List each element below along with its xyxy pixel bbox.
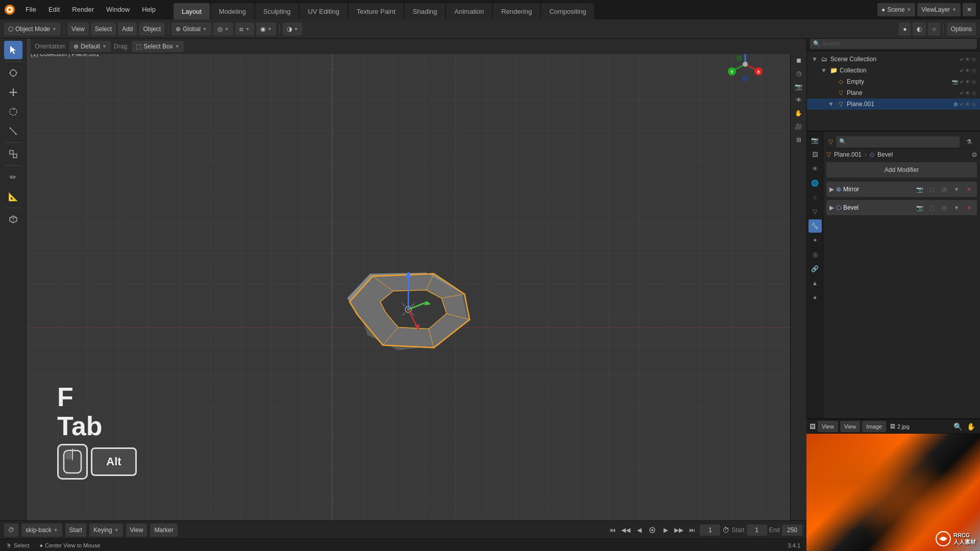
rmt-render[interactable]: ◷	[793, 67, 805, 80]
tool-cursor[interactable]	[4, 64, 22, 82]
tab-compositing[interactable]: Compositing	[541, 3, 594, 19]
modifier-mirror-screen[interactable]: ⬚	[927, 184, 937, 194]
orientation-selector[interactable]: ⊕ Default ▼	[69, 41, 111, 52]
menu-window[interactable]: Window	[100, 0, 136, 19]
select-menu[interactable]: Select	[91, 22, 116, 36]
editor-type-btn[interactable]: ⏱	[4, 523, 18, 537]
pivot-selector[interactable]: ◎ ▼	[213, 22, 233, 36]
view-menu-pb[interactable]: View	[126, 523, 148, 537]
tree-scene-collection[interactable]: ▼ 🗂 Scene Collection ✔ 👁 ⊙	[807, 54, 980, 65]
rmt-grid[interactable]: ⊞	[793, 134, 805, 146]
tab-animation[interactable]: Animation	[446, 3, 492, 19]
snap-btn[interactable]: ⧇ ▼	[235, 22, 254, 36]
props-tab-output[interactable]: 🖼	[808, 148, 822, 161]
rmt-hand[interactable]: ✋	[793, 107, 805, 119]
props-tab-modifiers[interactable]: 🔧	[808, 219, 822, 233]
object-menu[interactable]: Object	[139, 22, 165, 36]
modifier-mirror-expand[interactable]: ▶	[829, 186, 834, 193]
iv-zoom-btn[interactable]: 🔍	[951, 420, 964, 433]
modifier-mirror-remove[interactable]: ✕	[964, 184, 974, 194]
modifier-bevel-screen[interactable]: ⬚	[927, 203, 937, 213]
viewport-shading-rendered[interactable]: ○	[928, 22, 940, 36]
tab-modeling[interactable]: Modeling	[211, 3, 254, 19]
end-frame[interactable]: 250	[782, 524, 802, 536]
blender-logo[interactable]	[0, 0, 19, 19]
tool-scale[interactable]	[4, 122, 22, 140]
tool-annotate[interactable]: ✏	[4, 168, 22, 186]
modifier-mirror-render[interactable]: ◷	[939, 184, 949, 194]
pb-next-key[interactable]: ▶▶	[673, 524, 684, 536]
iv-view-btn[interactable]: View	[818, 421, 838, 432]
props-tab-physics[interactable]: ◎	[808, 248, 822, 261]
menu-render[interactable]: Render	[66, 0, 100, 19]
props-tab-render[interactable]: 📷	[808, 134, 822, 147]
add-modifier-button[interactable]: Add Modifier	[826, 162, 977, 178]
tool-transform[interactable]	[4, 145, 22, 163]
tool-select[interactable]	[4, 41, 22, 59]
pb-play-stop[interactable]	[647, 524, 658, 536]
menu-edit[interactable]: Edit	[42, 0, 66, 19]
props-tab-world[interactable]: ○	[808, 191, 822, 204]
add-menu[interactable]: Add	[118, 22, 137, 36]
options-btn[interactable]: Options	[947, 22, 976, 36]
tool-move[interactable]	[4, 83, 22, 102]
modifier-mirror-cam[interactable]: 📷	[915, 184, 925, 194]
iv-hand-btn[interactable]: ✋	[965, 420, 977, 433]
tab-texture-paint[interactable]: Texture Paint	[349, 3, 404, 19]
close-btn[interactable]: ✕	[963, 3, 976, 16]
proportional-btn[interactable]: ◉ ▼	[256, 22, 276, 36]
viewlayer-selector[interactable]: ViewLayer ▼	[917, 3, 961, 16]
viewport[interactable]: User Perspective (1) Collection | Plane.…	[27, 39, 790, 520]
drag-selector[interactable]: ⬚ Select Box ▼	[132, 41, 183, 52]
tool-measure[interactable]: 📐	[4, 187, 22, 206]
iv-image-btn[interactable]: Image	[862, 421, 886, 432]
tree-item-empty[interactable]: ◇ Empty 📷 ✔ 👁 ⊙	[807, 76, 980, 87]
modifier-bevel-expand[interactable]: ▶	[829, 204, 834, 211]
tree-collection[interactable]: ▼ 📁 Collection ✔ 👁 ⊙	[807, 65, 980, 76]
rmt-camera[interactable]: 🎥	[793, 120, 805, 133]
shading-selector[interactable]: ◑ ▼	[283, 22, 303, 36]
props-search[interactable]: 🔍	[836, 136, 960, 147]
props-tab-material[interactable]: ●	[808, 291, 822, 304]
view-menu[interactable]: View	[67, 22, 89, 36]
playback-btn[interactable]: skip-back ▼	[21, 523, 62, 537]
viewport-shading-solid[interactable]: ●	[899, 22, 911, 36]
modifier-bevel-cam[interactable]: 📷	[915, 203, 925, 213]
props-tab-constraints[interactable]: 🔗	[808, 262, 822, 276]
iv-view-btn2[interactable]: View	[840, 421, 861, 432]
tab-uv-editing[interactable]: UV Editing	[300, 3, 347, 19]
tab-rendering[interactable]: Rendering	[493, 3, 540, 19]
tab-layout[interactable]: Layout	[174, 3, 210, 19]
pb-play-back[interactable]: ◀	[633, 524, 645, 536]
props-tab-view[interactable]: 👁	[808, 162, 822, 176]
pb-skip-back[interactable]: ⏮	[607, 524, 618, 536]
tab-shading[interactable]: Shading	[405, 3, 446, 19]
menu-help[interactable]: Help	[136, 0, 162, 19]
props-tab-particles[interactable]: ✦	[808, 234, 822, 247]
scene-selector[interactable]: ● Scene ▼	[877, 3, 915, 16]
pb-skip-fwd[interactable]: ⏭	[687, 524, 698, 536]
modifier-bevel-remove[interactable]: ✕	[964, 203, 974, 213]
pb-prev-key[interactable]: ◀◀	[620, 524, 631, 536]
viewport-shading-mat[interactable]: ◐	[913, 22, 926, 36]
menu-file[interactable]: File	[19, 0, 42, 19]
modifier-bevel-render[interactable]: ◷	[939, 203, 949, 213]
start-frame[interactable]: 1	[747, 524, 767, 536]
playback-menu[interactable]: Start	[65, 523, 86, 537]
modifier-mirror-down[interactable]: ▼	[951, 184, 962, 194]
tree-item-plane001[interactable]: ▼ ▽ Plane.001 ⚙ ✔ 👁 ⊙	[807, 98, 980, 110]
current-frame[interactable]: 1	[700, 524, 720, 536]
props-tab-scene[interactable]: 🌐	[808, 177, 822, 190]
rmt-view[interactable]: 👁	[793, 94, 805, 106]
tab-sculpting[interactable]: Sculpting	[255, 3, 299, 19]
transform-selector[interactable]: ⊕ Global ▼	[172, 22, 211, 36]
tool-add-cube[interactable]	[4, 210, 22, 229]
tree-item-plane[interactable]: ▽ Plane ✔ 👁 ⊙	[807, 87, 980, 98]
outliner-search[interactable]: 🔍 Search...	[810, 38, 977, 49]
pb-play[interactable]: ▶	[660, 524, 671, 536]
marker-menu[interactable]: Marker	[150, 523, 177, 537]
modifier-bevel-down[interactable]: ▼	[951, 203, 962, 213]
rmt-object[interactable]: ◼	[793, 54, 805, 66]
mode-selector[interactable]: ⬡ Object Mode ▼	[4, 22, 61, 36]
props-tab-data[interactable]: ▲	[808, 277, 822, 290]
